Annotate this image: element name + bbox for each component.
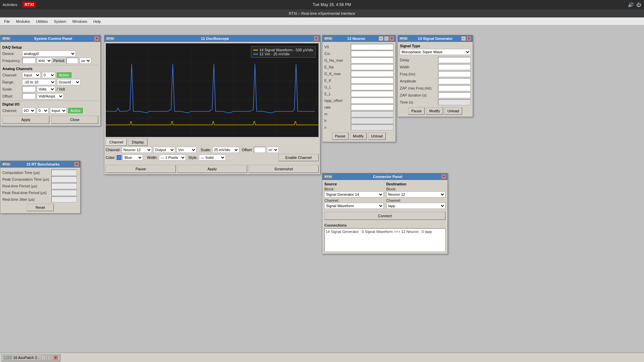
rtb-reset-area: Reset [2, 204, 78, 211]
neuron-param-GNamax: G_Na_max 120 [324, 57, 393, 63]
osc-signal-select[interactable]: Vm [176, 147, 197, 153]
speaker-icon[interactable]: 🔊 [628, 2, 633, 7]
siggen-label-zapdur: ZAP duration (s) [400, 93, 437, 97]
neuron-input-GNamax[interactable]: 120 [351, 57, 393, 63]
siggen-type-select[interactable]: Monophasic Sqare Wave [400, 49, 471, 55]
rtxi-logo[interactable]: RTXI [22, 2, 36, 8]
range-select[interactable]: -10 to 10 [22, 79, 56, 85]
channel-type-select[interactable]: Input [22, 72, 41, 78]
freq-unit-select[interactable]: kHz [37, 58, 52, 64]
neuron-unload-btn[interactable]: Unload [368, 132, 386, 140]
period-unit-select[interactable]: us [79, 58, 91, 64]
osc-screenshot-btn[interactable]: Screenshot [249, 165, 319, 173]
osc-offset-input[interactable]: 40 [254, 147, 266, 153]
siggen-min-btn[interactable]: − [461, 36, 466, 41]
menu-help[interactable]: Help [91, 19, 104, 24]
osc-channel-select[interactable]: Neuron 12 [122, 147, 152, 153]
siggen-input-delay[interactable]: .1 [438, 57, 471, 63]
menu-system[interactable]: System [51, 19, 69, 24]
rtb-value-1: 7.426 [51, 176, 78, 182]
siggen-unload-btn[interactable]: Unload [444, 107, 462, 115]
siggen-close-btn[interactable]: ✕ [467, 36, 471, 41]
system-control-panel: RTXI System Control Panel ✕ DAQ Setup De… [0, 35, 101, 126]
neuron-input-Cm[interactable]: 1 [351, 51, 393, 57]
osc-width-select[interactable]: — 1 Pixels [159, 155, 186, 161]
source-block-select[interactable]: Signal Generator 14 [324, 191, 384, 197]
menu-modules[interactable]: Modules [13, 19, 33, 24]
osc-close-btn[interactable]: ✕ [314, 36, 319, 41]
dest-channel-field: Channel: Iapp [386, 198, 446, 209]
siggen-input-zapdur[interactable]: 10 [438, 92, 471, 98]
tab-display-btn[interactable]: Display [128, 138, 148, 146]
dio-num-select[interactable]: 0 [37, 108, 49, 114]
siggen-pause-btn[interactable]: Pause [408, 107, 425, 115]
neuron-input-Iapp[interactable]: 0 [351, 98, 393, 104]
neuron-input-EL[interactable]: -54.4 [351, 91, 393, 97]
ground-select[interactable]: Ground [57, 79, 80, 85]
rtb-reset-btn[interactable]: Reset [27, 204, 54, 211]
osc-style-select[interactable]: — Solid [199, 155, 226, 161]
taskbar-item-min[interactable]: − [41, 355, 46, 360]
osc-color-select[interactable]: Blue [123, 155, 143, 161]
connect-btn[interactable]: Connect [324, 212, 445, 220]
siggen-input-width[interactable]: .001 [438, 64, 471, 70]
siggen-input-amplitude[interactable]: .001 [438, 78, 471, 84]
dio-dir-select[interactable]: Input [50, 108, 67, 114]
osc-apply-btn[interactable]: Apply [177, 165, 247, 173]
osc-pause-btn[interactable]: Pause [106, 165, 176, 173]
scp-close-button[interactable]: Close [51, 116, 98, 124]
connections-area: Connections 14 Signal Generator : 0 Sign… [324, 223, 445, 252]
osc-controls-btn: ✕ [314, 36, 319, 41]
scp-apply-btn[interactable]: Apply [2, 116, 49, 124]
osc-offset-unit-select[interactable]: m' [267, 147, 279, 153]
neuron-modify-btn[interactable]: Modify [350, 132, 367, 140]
siggen-input-freq[interactable]: 1 [438, 71, 471, 77]
device-select[interactable]: analogy0 [22, 51, 76, 57]
rtb-close-btn[interactable]: ✕ [74, 162, 79, 167]
siggen-row-delay: Delay .1 [400, 57, 471, 63]
dest-channel-select[interactable]: Iapp [386, 203, 446, 209]
scale-unit-select[interactable]: Volts [37, 86, 55, 92]
rtb-input-1: 7.426 [51, 176, 77, 182]
connector-header: RTXI Connector Panel ✕ [322, 173, 447, 180]
enable-channel-btn[interactable]: Enable Channel [278, 154, 319, 161]
neuron-input-ENa[interactable]: 50 [351, 64, 393, 70]
menu-windows[interactable]: Windows [69, 19, 90, 24]
neuron-input-EK[interactable]: -77 [351, 77, 393, 83]
offset-num-input[interactable]: 0 [22, 93, 36, 99]
channel-num-select[interactable]: 0 [42, 72, 55, 78]
activities-label[interactable]: Activities [3, 3, 17, 7]
freq-input[interactable]: 50 [22, 58, 36, 64]
scale-num-input[interactable]: 1 [22, 86, 36, 92]
neuron-max-btn[interactable]: □ [384, 36, 389, 41]
neuron-close-btn[interactable]: ✕ [389, 36, 394, 41]
menu-utilities[interactable]: Utilities [33, 19, 50, 24]
osc-bottom-btns: Pause Apply Screenshot [106, 165, 319, 173]
power-icon[interactable]: ⏻ [636, 2, 641, 7]
scp-close-btn[interactable]: ✕ [94, 36, 99, 41]
neuron-min-btn[interactable]: − [379, 36, 383, 41]
period-input[interactable]: 20 [66, 58, 78, 64]
tab-channel-btn[interactable]: Channel [106, 138, 127, 146]
neuron-input-GKmax[interactable]: 36 [351, 71, 393, 77]
connector-close-btn[interactable]: ✕ [441, 174, 446, 179]
taskbar-item-close[interactable]: ✕ [53, 355, 58, 360]
neuron-pause-btn[interactable]: Pause [332, 132, 348, 140]
channel-status-badge: Active [57, 72, 71, 78]
dest-block-select[interactable]: Neuron 12 [386, 191, 446, 197]
osc-type-select[interactable]: Output [153, 147, 175, 153]
dio-type-select[interactable]: I/O [22, 108, 36, 114]
neuron-input-GL[interactable]: 0.3 [351, 84, 393, 90]
neuron-label-m: m [324, 112, 350, 116]
menu-file[interactable]: File [1, 19, 13, 24]
taskbar-axopatch[interactable]: RTXI 16 AxoPatch 2... − □ ✕ [1, 354, 60, 361]
taskbar-item-max[interactable]: □ [47, 355, 52, 360]
offset-unit-select[interactable]: Volt/Amps [37, 93, 64, 99]
neuron-input-V0[interactable]: -65 [351, 44, 393, 50]
topbar-time: Tue May 26, 4:58 PM [313, 2, 351, 7]
siggen-modify-btn[interactable]: Modify [426, 107, 443, 115]
source-channel-select[interactable]: Signal Waveform [324, 203, 384, 209]
osc-scale-select[interactable]: 25 mV/div [212, 147, 239, 153]
siggen-input-zapfreq[interactable]: 20 [438, 85, 471, 91]
neuron-input-rate[interactable]: 40000 [351, 104, 393, 110]
